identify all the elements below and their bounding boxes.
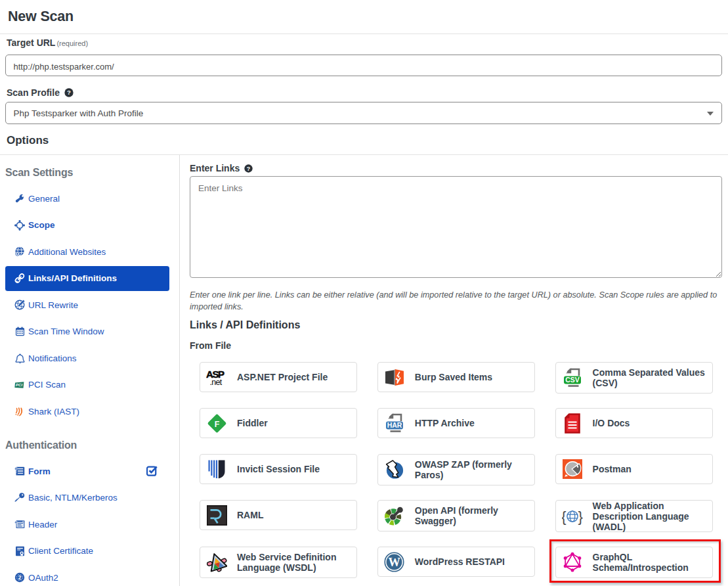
svg-text:.net: .net	[210, 378, 223, 386]
svg-text:?: ?	[247, 166, 250, 172]
svg-text:F: F	[214, 419, 219, 428]
svg-text:W: W	[389, 555, 401, 568]
svg-text:}: }	[578, 508, 583, 524]
svg-text:{: {	[562, 508, 567, 524]
svg-text:PCI: PCI	[16, 383, 22, 387]
svg-text:CSV: CSV	[565, 376, 580, 384]
svg-text:?: ?	[67, 89, 71, 96]
svg-text:2: 2	[18, 574, 22, 581]
svg-text:HAR: HAR	[387, 421, 402, 429]
